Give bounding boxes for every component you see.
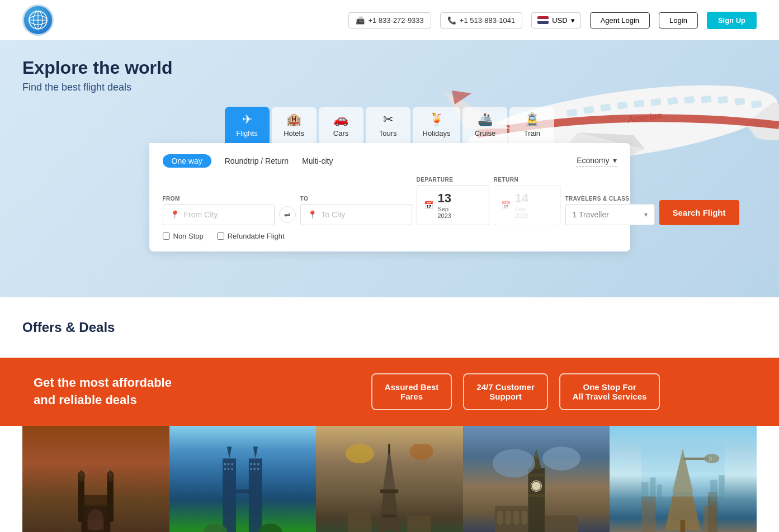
roundtrip-button[interactable]: Roundtrip / Return (225, 154, 289, 168)
svg-rect-94 (650, 478, 656, 502)
agent-login-button[interactable]: Agent Login (590, 12, 650, 28)
dest-card-london[interactable] (463, 426, 610, 532)
promo-badge-fares: Assured BestFares (371, 373, 452, 410)
phone1-display[interactable]: 📠 +1 833-272-9333 (348, 12, 431, 28)
svg-marker-36 (226, 446, 232, 458)
from-field-group: FROM 📍 From City (163, 196, 275, 225)
promo-text: Get the most affordable and reliable dea… (34, 374, 263, 409)
tab-hotels[interactable]: 🏨 Hotels (272, 107, 317, 143)
cruise-icon: 🚢 (478, 112, 493, 127)
refundable-check[interactable] (217, 232, 224, 240)
promo-badge-onestop: One Stop ForAll Travel Services (559, 373, 660, 410)
tab-train[interactable]: 🚊 Train (509, 107, 554, 143)
svg-rect-24 (78, 477, 84, 522)
tab-holidays[interactable]: 🍹 Holidays (413, 107, 461, 143)
filter-checkboxes: Non Stop Refundable Flight (163, 232, 617, 240)
promo-badge-support: 24/7 CustomerSupport (463, 373, 547, 410)
svg-rect-93 (641, 482, 649, 501)
svg-rect-43 (231, 468, 233, 470)
svg-rect-70 (528, 474, 545, 477)
nonstop-check[interactable] (163, 232, 170, 240)
svg-point-63 (346, 444, 374, 463)
calendar-icon: 📅 (424, 201, 433, 210)
svg-point-68 (530, 481, 541, 492)
tab-cars-label: Cars (333, 129, 348, 137)
return-date: 14 Sep2023 (515, 191, 528, 219)
hero-content: Explore the world Find the best flight d… (22, 40, 757, 251)
to-input[interactable]: 📍 To City (300, 204, 412, 225)
dest-card-kl[interactable] (169, 426, 317, 532)
svg-marker-58 (372, 530, 386, 532)
search-fields: FROM 📍 From City ⇌ TO 📍 (163, 177, 617, 225)
header: 📠 +1 833-272-9333 📞 +1 513-883-1041 USD … (0, 0, 779, 40)
svg-rect-44 (250, 463, 252, 465)
phone-icon: 📞 (447, 16, 456, 25)
tab-tours[interactable]: ✂ Tours (366, 107, 410, 143)
svg-rect-57 (388, 444, 390, 454)
departure-date: 13 Sep2023 (438, 191, 451, 219)
fax-icon: 📠 (356, 16, 365, 25)
flights-icon: ✈ (242, 112, 252, 127)
svg-marker-67 (534, 449, 538, 459)
from-placeholder: From City (184, 210, 218, 219)
logo[interactable] (22, 4, 54, 36)
tab-tours-label: Tours (379, 129, 397, 137)
tab-flights[interactable]: ✈ Flights (225, 107, 270, 143)
svg-point-64 (410, 444, 434, 460)
return-input[interactable]: 📅 14 Sep2023 (494, 185, 561, 225)
svg-rect-56 (382, 515, 396, 517)
swap-button[interactable]: ⇌ (279, 206, 296, 223)
svg-rect-31 (87, 520, 103, 530)
to-field-group: TO 📍 To City (300, 196, 412, 225)
phone2-display[interactable]: 📞 +1 513-883-1041 (440, 12, 522, 28)
svg-rect-48 (253, 468, 255, 470)
svg-rect-55 (380, 490, 398, 493)
travelers-value: 1 Traveller (573, 210, 609, 219)
tab-cruise[interactable]: 🚢 Cruise (462, 107, 507, 143)
svg-point-79 (542, 446, 580, 471)
refundable-checkbox[interactable]: Refundable Flight (217, 232, 285, 240)
location-icon: 📍 (170, 210, 180, 219)
svg-rect-47 (250, 468, 252, 470)
departure-input[interactable]: 📅 13 Sep2023 (417, 185, 489, 225)
currency-selector[interactable]: USD ▾ (531, 12, 580, 28)
nonstop-checkbox[interactable]: Non Stop (163, 232, 204, 240)
from-input[interactable]: 📍 From City (163, 204, 275, 225)
svg-rect-23 (83, 495, 108, 506)
tab-cruise-label: Cruise (475, 129, 496, 137)
dest-card-paris[interactable] (316, 426, 463, 532)
departure-field-group: DEPARTURE 📅 13 Sep2023 (417, 177, 489, 225)
dest-card-hyderabad[interactable] (22, 426, 169, 532)
signup-button[interactable]: Sign Up (707, 12, 757, 29)
train-icon: 🚊 (525, 112, 540, 127)
hero-section: Austrian Explore the world Find the best… (0, 40, 779, 297)
chevron-down-icon: ▾ (613, 156, 617, 165)
svg-rect-35 (236, 490, 249, 493)
svg-rect-49 (257, 468, 259, 470)
travelers-field-group: TRAVELERS & CLASS 1 Traveller ▾ (565, 196, 655, 225)
one-way-button[interactable]: One way (163, 154, 211, 168)
class-label: Economy (577, 156, 609, 165)
from-label: FROM (163, 196, 275, 202)
svg-rect-73 (545, 516, 578, 533)
travelers-input[interactable]: 1 Traveller ▾ (565, 204, 655, 225)
svg-rect-45 (253, 463, 255, 465)
login-button[interactable]: Login (659, 12, 698, 28)
multicity-button[interactable]: Multi-city (302, 154, 333, 168)
svg-rect-42 (227, 468, 229, 470)
svg-rect-40 (231, 463, 233, 465)
search-box: One way Roundtrip / Return Multi-city Ec… (149, 143, 630, 251)
tab-cars[interactable]: 🚗 Cars (319, 107, 363, 143)
svg-rect-60 (348, 511, 372, 532)
svg-rect-25 (107, 477, 114, 522)
hero-title: Explore the world (22, 40, 757, 78)
svg-rect-46 (257, 463, 259, 465)
class-selector[interactable]: Economy ▾ (577, 156, 616, 167)
svg-rect-41 (224, 468, 225, 470)
service-tabs: ✈ Flights 🏨 Hotels 🚗 Cars ✂ Tours 🍹 Holi… (22, 107, 757, 143)
tab-flights-label: Flights (236, 129, 257, 137)
search-button[interactable]: Search Flight (659, 200, 739, 225)
hero-subtitle: Find the best flight deals (22, 82, 757, 93)
svg-rect-77 (521, 511, 527, 525)
dest-card-dubai[interactable]: H (610, 426, 757, 532)
